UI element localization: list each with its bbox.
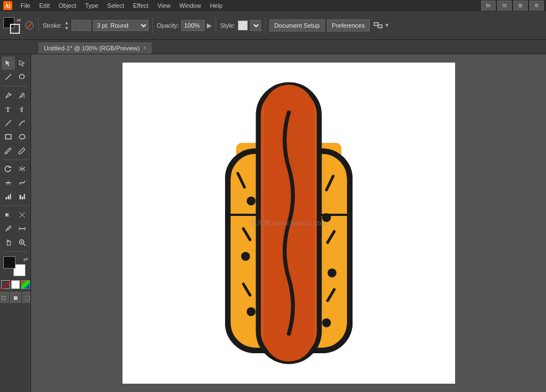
menu-help[interactable]: Help	[206, 1, 227, 10]
svg-text:T: T	[6, 105, 11, 113]
stroke-swatch[interactable]	[10, 24, 20, 34]
document-setup-button[interactable]: Document Setup	[269, 19, 325, 32]
menu-file[interactable]: File	[17, 1, 34, 10]
graph-tool[interactable]	[2, 190, 15, 203]
direct-selection-tool[interactable]	[16, 56, 29, 70]
rectangle-tool[interactable]	[2, 130, 15, 143]
vertical-type-tool[interactable]: T	[16, 102, 29, 116]
lasso-tool[interactable]	[16, 70, 29, 84]
pen-tool[interactable]	[2, 89, 15, 102]
arrange-dropdown-icon[interactable]: ▼	[384, 22, 390, 28]
tab-title: Untitled-1* @ 100% (RGB/Preview)	[44, 45, 140, 51]
swap-colors-button[interactable]: ⇄	[23, 256, 28, 262]
line-tool[interactable]	[2, 116, 15, 130]
svg-line-31	[23, 244, 25, 246]
toolbox: + T T	[0, 54, 31, 392]
svg-line-13	[6, 120, 11, 126]
menu-view[interactable]: View	[154, 1, 175, 10]
color-swatches: ⇄	[3, 256, 28, 276]
width-tool[interactable]	[2, 176, 15, 189]
foreground-color-swatch[interactable]	[3, 256, 16, 269]
stroke-up-arrow[interactable]: ▲	[64, 20, 69, 25]
color-mode-button[interactable]	[11, 280, 20, 289]
document-tab[interactable]: Untitled-1* @ 100% (RGB/Preview) ×	[38, 42, 152, 54]
add-anchor-tool[interactable]: +	[16, 89, 29, 102]
preferences-button[interactable]: Preferences	[327, 19, 370, 32]
menu-object[interactable]: Object	[55, 1, 80, 10]
svg-point-45	[322, 318, 331, 327]
hotdog-illustration	[206, 68, 372, 378]
reflect-tool[interactable]	[16, 162, 29, 176]
warp-tool[interactable]	[16, 176, 29, 189]
svg-line-6	[6, 75, 10, 80]
eyedropper-tool[interactable]	[2, 222, 15, 235]
stroke-value-input[interactable]	[72, 20, 91, 31]
none-fill-button[interactable]	[1, 280, 10, 289]
selection-tool[interactable]	[2, 56, 15, 70]
tab-bar: Untitled-1* @ 100% (RGB/Preview) ×	[0, 40, 546, 54]
opacity-label: Opacity:	[157, 22, 179, 29]
stroke-label: Stroke:	[43, 22, 62, 29]
svg-line-34	[2, 281, 11, 290]
draw-normal-button[interactable]: ◻	[0, 292, 9, 303]
hand-tool[interactable]	[2, 236, 15, 249]
gradient-mode-button[interactable]	[21, 280, 30, 289]
settings-icon[interactable]: ⚙	[529, 1, 544, 11]
pen-tool-icon	[24, 20, 34, 30]
svg-rect-22	[19, 195, 21, 199]
draw-inside-button[interactable]: ⬚	[22, 292, 32, 303]
style-swatch[interactable]	[238, 20, 248, 30]
ellipse-tool[interactable]	[16, 130, 29, 143]
app-logo: Ai	[2, 0, 13, 11]
stroke-style-select[interactable]: 3 pt. Round	[93, 20, 149, 31]
svg-point-44	[328, 269, 336, 277]
measure-tool[interactable]	[16, 222, 29, 235]
style-select[interactable]	[250, 20, 261, 31]
toolbox-bottom-section: ◻ ◼ ⬚	[0, 292, 31, 303]
tab-close-button[interactable]: ×	[143, 45, 146, 51]
magic-wand-tool[interactable]	[2, 70, 15, 84]
pencil-tool[interactable]	[16, 144, 29, 157]
menu-bar: Ai File Edit Object Type Select Effect V…	[0, 0, 546, 11]
opacity-input[interactable]	[181, 20, 205, 31]
svg-point-40	[247, 197, 256, 205]
arrange-icon[interactable]	[373, 20, 383, 30]
menu-type[interactable]: Type	[81, 1, 103, 10]
svg-point-41	[241, 252, 250, 261]
arc-tool[interactable]	[16, 116, 29, 130]
type-tool[interactable]: T	[2, 102, 15, 116]
canvas-area: 觅元网 www.xxxxxx.com	[31, 54, 546, 392]
svg-rect-4	[374, 23, 378, 25]
draw-back-button[interactable]: ◼	[10, 292, 21, 303]
svg-rect-21	[10, 194, 11, 199]
stroke-down-arrow[interactable]: ▼	[64, 25, 69, 31]
rotate-tool[interactable]	[2, 162, 15, 176]
opacity-expand-icon[interactable]: ▶	[207, 22, 212, 29]
bridge-icon[interactable]: Br	[481, 1, 496, 11]
mesh-tool[interactable]	[16, 208, 29, 221]
svg-point-8	[10, 94, 12, 96]
svg-rect-25	[6, 213, 11, 216]
zoom-tool[interactable]	[16, 236, 29, 249]
menu-window[interactable]: Window	[176, 1, 205, 10]
column-graph-tool[interactable]	[16, 190, 29, 203]
svg-rect-5	[378, 25, 382, 28]
grid-icon[interactable]: ⊞	[513, 1, 528, 11]
svg-point-42	[247, 307, 256, 316]
svg-marker-7	[10, 74, 12, 75]
toolbar: ⇄ Stroke: ▲ ▼ 3 pt. Round Opacity: ▶ Sty…	[0, 11, 546, 40]
svg-rect-19	[6, 197, 7, 199]
gradient-tool[interactable]	[2, 208, 15, 221]
svg-text:T: T	[19, 106, 23, 113]
svg-line-3	[27, 23, 32, 28]
menu-edit[interactable]: Edit	[35, 1, 54, 10]
stock-icon[interactable]: St	[497, 1, 512, 11]
paintbrush-tool[interactable]	[2, 144, 15, 157]
canvas-document: 觅元网 www.xxxxxx.com	[123, 63, 455, 384]
main-area: + T T	[0, 54, 546, 392]
svg-text:Ai: Ai	[4, 3, 11, 9]
menu-select[interactable]: Select	[103, 1, 128, 10]
menu-effect[interactable]: Effect	[129, 1, 152, 10]
swap-colors-icon[interactable]: ⇄	[17, 17, 21, 23]
svg-rect-20	[8, 195, 9, 199]
